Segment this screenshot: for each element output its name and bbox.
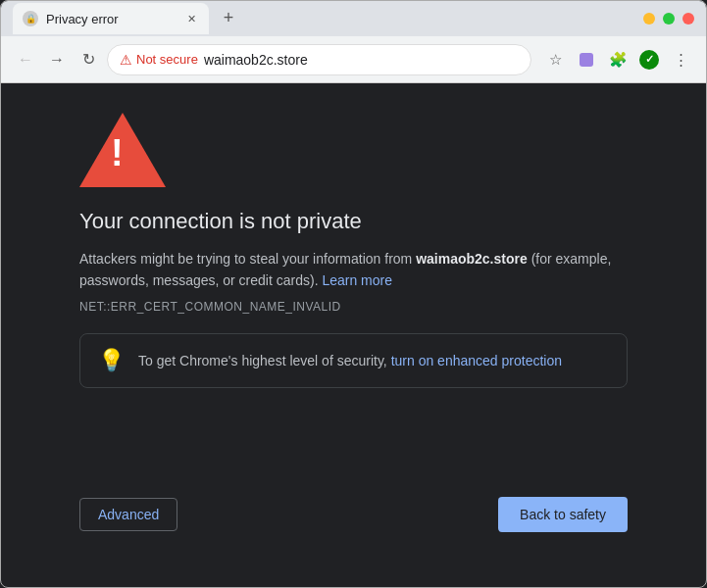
warning-triangle-large-icon [79,113,166,187]
svg-rect-0 [580,53,593,67]
browser-window: 🔒 Privacy error ✕ + − □ ✕ ← → ↻ ⚠ Not se… [0,0,707,588]
title-bar: 🔒 Privacy error ✕ + − □ ✕ [1,1,706,36]
back-button[interactable]: ← [13,47,38,73]
enhanced-protection-link[interactable]: turn on enhanced protection [391,353,562,368]
error-page: Your connection is not private Attackers… [1,83,706,552]
omnibox-url: waimaob2c.store [204,52,308,68]
button-row: Advanced Back to safety [79,497,628,532]
not-secure-indicator: ⚠ Not secure [120,52,198,68]
error-body: Attackers might be trying to steal your … [79,248,628,292]
timer-extension-button[interactable]: ✓ [635,46,663,74]
active-tab[interactable]: 🔒 Privacy error ✕ [13,3,209,34]
profile-icon-button[interactable] [573,46,600,74]
security-box-text: To get Chrome's highest level of securit… [138,353,562,368]
tab-favicon: 🔒 [23,11,38,26]
toolbar-icons: ☆ 🧩 ✓ ⋮ [541,46,694,74]
extensions-button[interactable]: 🧩 [604,46,631,74]
window-controls: − □ ✕ [643,13,694,24]
menu-button[interactable]: ⋮ [667,46,694,74]
error-icon-area [79,113,166,191]
address-bar: ← → ↻ ⚠ Not secure waimaob2c.store ☆ 🧩 ✓… [1,36,706,83]
close-button[interactable]: ✕ [682,13,694,24]
learn-more-link[interactable]: Learn more [322,272,392,288]
tab-container: 🔒 Privacy error ✕ + [13,3,643,34]
omnibox[interactable]: ⚠ Not secure waimaob2c.store [107,44,531,75]
timer-icon: ✓ [639,50,659,70]
security-box-text-label: To get Chrome's highest level of securit… [138,353,391,368]
advanced-button[interactable]: Advanced [79,498,177,531]
forward-button[interactable]: → [44,47,70,73]
warning-triangle-icon: ⚠ [120,52,132,68]
back-to-safety-button[interactable]: Back to safety [498,497,628,532]
error-site-name: waimaob2c.store [416,251,528,267]
tab-title: Privacy error [46,12,119,26]
tab-close-button[interactable]: ✕ [183,11,199,26]
maximize-button[interactable]: □ [663,13,675,24]
reload-button[interactable]: ↻ [76,47,101,73]
new-tab-button[interactable]: + [215,4,242,31]
error-body-text1: Attackers might be trying to steal your … [79,251,416,267]
error-headline: Your connection is not private [79,209,362,234]
security-suggestion-box: 💡 To get Chrome's highest level of secur… [79,333,628,388]
error-code: NET::ERR_CERT_COMMON_NAME_INVALID [79,300,341,314]
lightbulb-icon: 💡 [98,348,125,373]
minimize-button[interactable]: − [643,13,655,24]
bookmark-button[interactable]: ☆ [541,46,569,74]
not-secure-label: Not secure [136,52,198,67]
